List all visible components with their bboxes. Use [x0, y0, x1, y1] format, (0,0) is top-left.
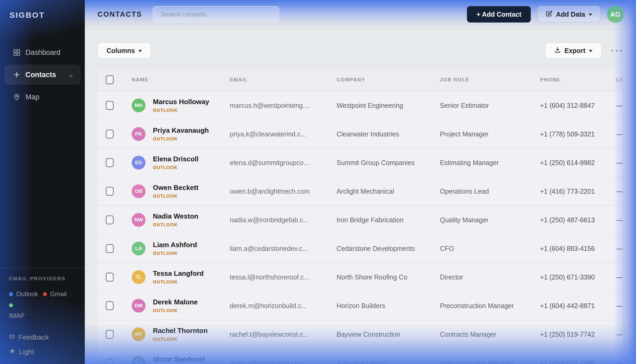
- export-label: Export: [564, 47, 585, 55]
- contact-job-role: Estimating Manager: [440, 159, 540, 167]
- contact-name: Nadia Weston: [153, 212, 198, 220]
- contact-phone: +1 (604) 312-8847: [540, 102, 616, 109]
- table-row[interactable]: OB Owen Beckett OUTLOOK owen.b@arclightm…: [98, 177, 622, 206]
- contact-company: Iron Bridge Fabrication: [337, 216, 440, 224]
- column-header-name[interactable]: NAME: [132, 77, 230, 83]
- table-row[interactable]: VS Victor Sandoval OUTLOOK victor.s@ridg…: [98, 349, 622, 364]
- download-icon: [554, 46, 561, 55]
- row-checkbox[interactable]: [106, 187, 114, 196]
- table-toolbar: Columns Export: [85, 29, 636, 59]
- contact-avatar: MH: [132, 99, 145, 112]
- provider-badge: OUTLOOK: [153, 108, 209, 113]
- contact-company: Clearwater Industries: [337, 130, 440, 138]
- contact-avatar: OB: [132, 184, 145, 198]
- add-contact-button[interactable]: + Add Contact: [467, 6, 531, 23]
- table-row[interactable]: TL Tessa Langford OUTLOOK tessa.l@norths…: [98, 263, 622, 292]
- main-area: CONTACTS + Add Contact Add Data: [85, 0, 636, 364]
- contact-avatar: TL: [132, 270, 145, 284]
- feedback-link[interactable]: Feedback: [9, 333, 76, 341]
- feedback-label: Feedback: [19, 333, 49, 341]
- column-header-job-role[interactable]: JOB ROLE: [440, 77, 540, 83]
- contact-company: Ridgeline Limited: [337, 359, 440, 364]
- table-row[interactable]: DM Derek Malone OUTLOOK derek.m@horizonb…: [98, 292, 622, 320]
- table-row[interactable]: LA Liam Ashford OUTLOOK liam.a@cedarston…: [98, 234, 622, 263]
- more-options-button[interactable]: [611, 47, 622, 54]
- avatar-initials: DM: [135, 303, 143, 309]
- column-header-company[interactable]: COMPANY: [337, 77, 440, 83]
- table-row[interactable]: ED Elena Driscoll OUTLOOK elena.d@summit…: [98, 149, 622, 177]
- provider-badge: OUTLOOK: [153, 251, 197, 256]
- contact-email: tessa.l@northshoreroof.c...: [230, 273, 337, 281]
- contact-name: Elena Driscoll: [153, 155, 198, 163]
- row-checkbox[interactable]: [106, 301, 114, 310]
- contact-phone: +1 (250) 519-7742: [540, 331, 616, 338]
- contact-phone: +1 (250) 487-6613: [540, 216, 616, 224]
- contact-location: —: [616, 130, 622, 138]
- table-body: MH Marcus Holloway OUTLOOK marcus.h@west…: [98, 91, 622, 364]
- add-list-plus-icon[interactable]: [68, 72, 74, 77]
- contact-email: rachel.t@bayviewconst.c...: [230, 331, 337, 338]
- sidebar-item-contacts[interactable]: Contacts: [4, 65, 81, 85]
- contact-avatar: RT: [132, 327, 145, 341]
- app-window: SIGBOT Dashboard Contacts: [0, 0, 636, 364]
- theme-toggle[interactable]: Light: [9, 348, 76, 356]
- select-all-checkbox[interactable]: [106, 75, 114, 84]
- more-options-icon: [620, 50, 622, 52]
- columns-button[interactable]: Columns: [98, 42, 151, 59]
- contact-avatar: NW: [132, 213, 145, 227]
- contact-company: Bayview Construction: [337, 331, 440, 338]
- table-row[interactable]: RT Rachel Thornton OUTLOOK rachel.t@bayv…: [98, 320, 622, 349]
- row-checkbox[interactable]: [106, 330, 114, 339]
- add-contact-label: + Add Contact: [476, 11, 521, 18]
- avatar-initials: OB: [135, 188, 143, 194]
- row-checkbox[interactable]: [106, 244, 114, 253]
- provider-badge: OUTLOOK: [153, 308, 198, 313]
- row-checkbox[interactable]: [106, 273, 114, 282]
- contact-job-role: CFO: [440, 245, 540, 252]
- add-data-label: Add Data: [556, 11, 585, 18]
- star-icon: [9, 348, 15, 356]
- contact-location: —: [616, 273, 622, 281]
- user-avatar[interactable]: AG: [607, 6, 624, 23]
- table-row[interactable]: NW Nadia Weston OUTLOOK nadia.w@ironbrid…: [98, 206, 622, 234]
- contact-name: Owen Beckett: [153, 184, 198, 192]
- contact-job-role: Director: [440, 273, 540, 281]
- provider-dot: [9, 303, 13, 307]
- avatar-initials: RT: [135, 331, 142, 337]
- contact-email: victor.s@ridgelineltd.com: [230, 359, 337, 364]
- contact-location: —: [616, 216, 622, 224]
- contact-location: —: [616, 159, 622, 167]
- row-checkbox[interactable]: [106, 158, 114, 167]
- table-row[interactable]: MH Marcus Holloway OUTLOOK marcus.h@west…: [98, 91, 622, 120]
- providers-list: OutlookGmailIMAP: [9, 288, 76, 321]
- provider-badge: OUTLOOK: [153, 337, 208, 342]
- contact-email: nadia.w@ironbridgefab.c...: [230, 216, 337, 224]
- row-checkbox[interactable]: [106, 358, 114, 364]
- contact-company: Cedarstone Developments: [337, 245, 440, 252]
- contact-phone: +1 (604) 883-4156: [540, 245, 616, 252]
- contacts-table: NAME EMAIL COMPANY JOB ROLE PHONE LOCATI…: [98, 69, 622, 364]
- contact-location: —: [616, 188, 622, 195]
- column-header-location[interactable]: LOCATION: [616, 77, 622, 83]
- add-data-button[interactable]: Add Data: [537, 6, 600, 23]
- row-checkbox[interactable]: [106, 101, 114, 110]
- table-row[interactable]: PK Priya Kavanaugh OUTLOOK priya.k@clear…: [98, 120, 622, 149]
- more-options-icon: [616, 50, 617, 52]
- sidebar-item-label: Map: [25, 93, 39, 101]
- table-header-row: NAME EMAIL COMPANY JOB ROLE PHONE LOCATI…: [98, 69, 622, 91]
- contact-avatar: VS: [132, 356, 145, 364]
- edit-icon: [545, 10, 553, 19]
- export-button[interactable]: Export: [545, 42, 602, 59]
- app-logo: SIGBOT: [0, 0, 85, 20]
- sidebar-item-dashboard[interactable]: Dashboard: [4, 42, 81, 63]
- column-header-phone[interactable]: PHONE: [540, 77, 616, 83]
- provider-badge: OUTLOOK: [153, 279, 204, 285]
- sidebar-item-map[interactable]: Map: [4, 87, 81, 107]
- row-checkbox[interactable]: [106, 215, 114, 224]
- avatar-initials: TL: [135, 274, 142, 280]
- column-header-email[interactable]: EMAIL: [230, 77, 337, 83]
- avatar-initials: NW: [134, 217, 143, 223]
- row-checkbox[interactable]: [106, 130, 114, 139]
- search-input[interactable]: [153, 6, 279, 23]
- contact-name: Marcus Holloway: [153, 98, 209, 106]
